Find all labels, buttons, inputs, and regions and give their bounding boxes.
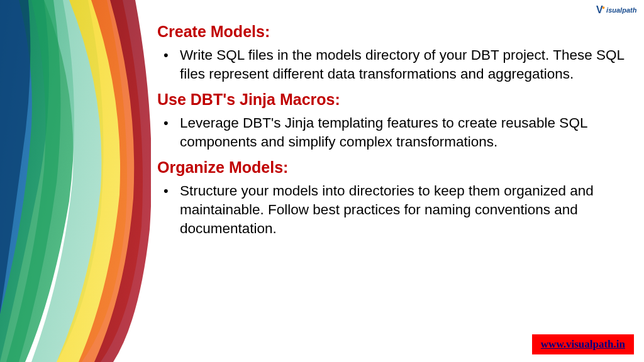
- bullet-list-create-models: Write SQL files in the models directory …: [157, 46, 635, 84]
- decorative-sidebar: [0, 0, 151, 362]
- footer-link[interactable]: www.visualpath.in: [541, 338, 625, 350]
- logo-text: isualpath: [606, 6, 636, 14]
- logo-dot-icon: ●: [602, 4, 605, 11]
- heading-jinja-macros: Use DBT's Jinja Macros:: [157, 90, 635, 109]
- bullet-list-jinja-macros: Leverage DBT's Jinja templating features…: [157, 114, 635, 152]
- bullet-item: Leverage DBT's Jinja templating features…: [157, 114, 635, 152]
- slide-content: Create Models: Write SQL files in the mo…: [157, 19, 635, 245]
- footer-link-box: www.visualpath.in: [532, 334, 634, 354]
- bullet-item: Structure your models into directories t…: [157, 182, 635, 239]
- heading-organize-models: Organize Models:: [157, 158, 635, 177]
- heading-create-models: Create Models:: [157, 23, 635, 41]
- abstract-curves-icon: [0, 0, 151, 362]
- bullet-item: Write SQL files in the models directory …: [157, 46, 635, 84]
- bullet-list-organize-models: Structure your models into directories t…: [157, 182, 635, 239]
- brand-logo: V●isualpath: [596, 4, 638, 16]
